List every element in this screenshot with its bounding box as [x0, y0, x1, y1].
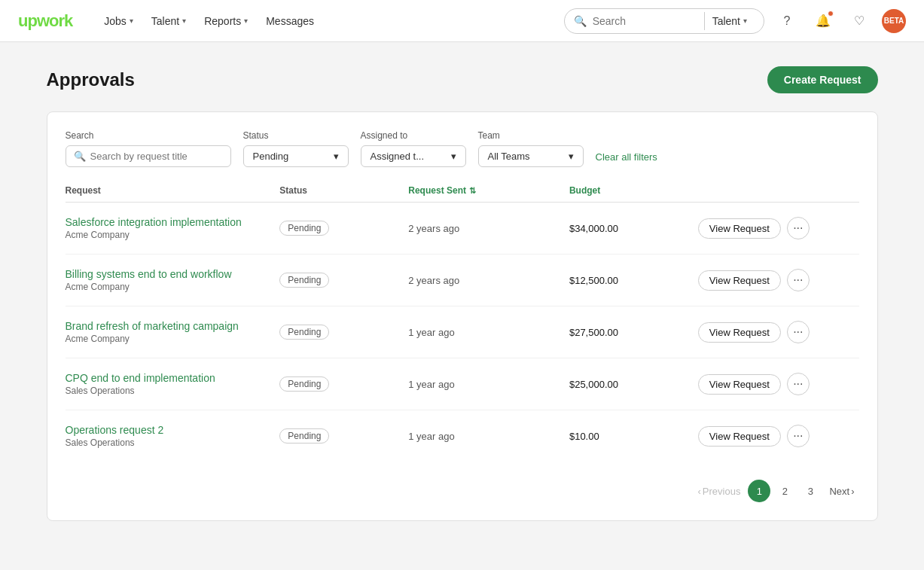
nav-reports-label: Reports	[204, 15, 241, 27]
nav-messages[interactable]: Messages	[258, 11, 322, 32]
request-title[interactable]: Operations request 2	[66, 424, 280, 436]
nav-jobs[interactable]: Jobs ▾	[96, 11, 141, 32]
page-title: Approvals	[47, 69, 135, 90]
nav-jobs-chevron: ▾	[130, 17, 133, 25]
next-icon: ›	[851, 486, 854, 497]
nav-right: 🔍 Talent ▾ ? 🔔 ♡ BETA	[564, 8, 906, 35]
help-icon: ?	[784, 14, 791, 28]
page-3-button[interactable]: 3	[799, 480, 822, 502]
prev-page-button[interactable]: ‹ Previous	[694, 483, 746, 500]
more-options-button[interactable]: ···	[787, 373, 810, 395]
row-actions: View Request ···	[698, 321, 859, 343]
table-body: Salesforce integration implementation Ac…	[66, 203, 859, 462]
global-search-input[interactable]	[593, 15, 698, 27]
assigned-filter-label: Assigned to	[361, 130, 466, 141]
more-options-button[interactable]: ···	[787, 269, 810, 291]
upwork-logo[interactable]: upwork	[18, 11, 72, 31]
status-badge: Pending	[279, 325, 329, 340]
request-cell: CPQ end to end implementation Sales Oper…	[66, 372, 280, 396]
team-filter-select[interactable]: All Teams ▾	[478, 145, 584, 167]
avatar-label: BETA	[884, 17, 904, 25]
team-filter-value: All Teams	[488, 151, 530, 162]
request-title[interactable]: Brand refresh of marketing campaign	[66, 320, 280, 332]
request-title[interactable]: Salesforce integration implementation	[66, 216, 280, 228]
nav-reports[interactable]: Reports ▾	[197, 11, 255, 32]
filters-row: Search 🔍 Status Pending ▾ Assigned to As…	[66, 130, 859, 167]
search-filter-icon: 🔍	[74, 151, 86, 162]
request-cell: Billing systems end to end workflow Acme…	[66, 268, 280, 292]
status-filter-value: Pending	[253, 151, 289, 162]
assigned-filter-value: Assigned t...	[371, 151, 425, 162]
request-title[interactable]: CPQ end to end implementation	[66, 372, 280, 384]
talent-selector[interactable]: Talent ▾	[704, 12, 755, 30]
assigned-filter-select[interactable]: Assigned t... ▾	[361, 145, 466, 167]
navbar: upwork Jobs ▾ Talent ▾ Reports ▾ Message…	[0, 0, 924, 42]
more-options-button[interactable]: ···	[787, 217, 810, 239]
search-input-wrap[interactable]: 🔍	[66, 145, 231, 167]
status-badge: Pending	[279, 273, 329, 288]
user-avatar[interactable]: BETA	[882, 9, 906, 33]
search-filter-label: Search	[66, 130, 231, 141]
search-filter-input[interactable]	[90, 151, 211, 162]
next-label: Next	[829, 486, 849, 497]
status-filter-group: Status Pending ▾	[243, 130, 349, 167]
col-budget: Budget	[569, 185, 698, 196]
page-header: Approvals Create Request	[47, 66, 878, 93]
main-content: Approvals Create Request Search 🔍 Status…	[11, 42, 914, 545]
favorites-button[interactable]: ♡	[846, 8, 873, 35]
status-badge: Pending	[279, 221, 329, 236]
sent-cell: 1 year ago	[408, 431, 569, 442]
nav-talent-label: Talent	[151, 15, 179, 27]
view-request-button[interactable]: View Request	[698, 218, 781, 239]
pagination: ‹ Previous 1 2 3 Next ›	[66, 480, 859, 502]
view-request-button[interactable]: View Request	[698, 374, 781, 395]
request-company: Sales Operations	[66, 437, 280, 448]
team-filter-group: Team All Teams ▾	[478, 130, 584, 167]
page-1-button[interactable]: 1	[748, 480, 770, 502]
view-request-button[interactable]: View Request	[698, 322, 781, 343]
budget-cell: $25,000.00	[569, 379, 698, 390]
global-search-bar[interactable]: 🔍 Talent ▾	[564, 8, 764, 34]
col-sent[interactable]: Request Sent ⇅	[408, 185, 569, 196]
approvals-card: Search 🔍 Status Pending ▾ Assigned to As…	[47, 111, 878, 521]
status-cell: Pending	[279, 376, 408, 392]
notification-dot	[828, 11, 834, 17]
page-2-button[interactable]: 2	[773, 480, 796, 502]
team-filter-label: Team	[478, 130, 584, 141]
view-request-button[interactable]: View Request	[698, 426, 781, 447]
clear-filters-button[interactable]: Clear all filters	[596, 151, 657, 167]
prev-icon: ‹	[698, 486, 701, 497]
row-actions: View Request ···	[698, 425, 859, 447]
status-cell: Pending	[279, 273, 408, 288]
sent-cell: 1 year ago	[408, 379, 569, 390]
request-company: Acme Company	[66, 334, 280, 344]
view-request-button[interactable]: View Request	[698, 270, 781, 291]
status-badge: Pending	[279, 376, 329, 392]
request-company: Sales Operations	[66, 386, 280, 396]
request-company: Acme Company	[66, 230, 280, 240]
status-cell: Pending	[279, 325, 408, 340]
next-page-button[interactable]: Next ›	[825, 483, 858, 500]
help-button[interactable]: ?	[773, 8, 800, 35]
nav-links: Jobs ▾ Talent ▾ Reports ▾ Messages	[96, 11, 322, 32]
row-actions: View Request ···	[698, 269, 859, 291]
request-title[interactable]: Billing systems end to end workflow	[66, 268, 280, 280]
more-options-button[interactable]: ···	[787, 321, 810, 343]
notifications-button[interactable]: 🔔	[810, 8, 837, 35]
search-filter-group: Search 🔍	[66, 130, 231, 167]
create-request-button[interactable]: Create Request	[767, 66, 878, 93]
assigned-filter-group: Assigned to Assigned t... ▾	[361, 130, 466, 167]
status-filter-label: Status	[243, 130, 349, 141]
assigned-filter-chevron: ▾	[451, 151, 456, 162]
nav-talent[interactable]: Talent ▾	[144, 11, 194, 32]
status-filter-select[interactable]: Pending ▾	[243, 145, 349, 167]
more-options-button[interactable]: ···	[787, 425, 810, 447]
col-request: Request	[66, 185, 280, 196]
prev-label: Previous	[703, 486, 741, 497]
nav-messages-label: Messages	[266, 15, 314, 27]
team-filter-chevron: ▾	[569, 151, 574, 162]
search-icon: 🔍	[574, 15, 587, 27]
status-filter-chevron: ▾	[334, 151, 339, 162]
sort-icon: ⇅	[469, 186, 476, 196]
nav-jobs-label: Jobs	[104, 15, 127, 27]
